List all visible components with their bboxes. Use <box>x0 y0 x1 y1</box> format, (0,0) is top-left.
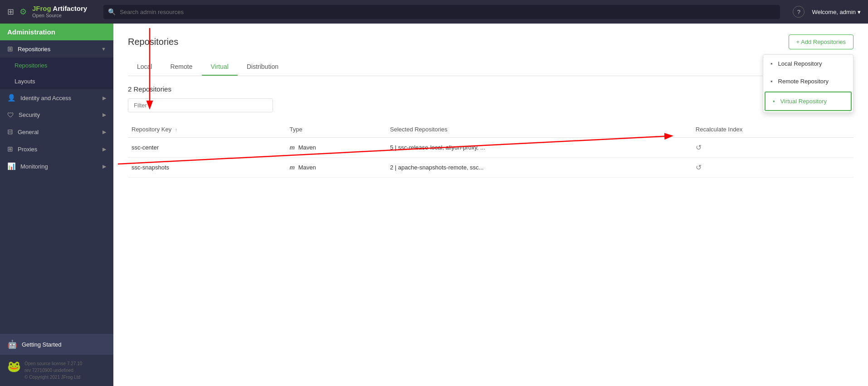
sidebar-item-repositories-sub[interactable]: Repositories <box>0 58 113 73</box>
table-row: ssc-snapshots m Maven 2 | apache-snapsho… <box>128 158 853 178</box>
row2-type-label: Maven <box>298 164 316 171</box>
sidebar-item-monitoring[interactable]: 📊 Monitoring ▶ <box>0 158 113 175</box>
remote-repo-icon: ▪ <box>770 78 773 85</box>
footer-rev: rev 72710900 undefined <box>24 367 82 374</box>
user-menu[interactable]: Welcome, admin ▾ <box>812 9 861 15</box>
row2-selected: 2 | apache-snapshots-remote, ssc... <box>386 158 692 178</box>
app-logo: JFrog Artifactory Open Source <box>32 5 87 19</box>
virtual-repo-icon: ▪ <box>773 98 775 105</box>
topbar: ⊞ ⚙ JFrog Artifactory Open Source 🔍 ? We… <box>0 0 868 24</box>
tab-virtual[interactable]: Virtual <box>202 58 238 76</box>
footer-copyright: © Copyright 2021 JFrog Ltd <box>24 374 82 381</box>
page-title: Repositories <box>128 37 178 47</box>
col-header-key: Repository Key ↑ <box>128 121 286 138</box>
row1-type: m Maven <box>286 138 387 158</box>
gear-icon[interactable]: ⚙ <box>20 7 27 17</box>
dropdown-item-local[interactable]: ▪ Local Repository <box>763 55 853 72</box>
identity-expand-icon: ▶ <box>102 95 106 101</box>
sidebar-item-layouts[interactable]: Layouts <box>0 73 113 89</box>
row1-maven-icon: m <box>290 144 295 151</box>
monitoring-expand-icon: ▶ <box>102 164 106 169</box>
logo-edition: Open Source <box>32 13 87 19</box>
logo-jfrog: JFrog <box>32 5 51 12</box>
sidebar-security-label: Security <box>19 111 98 118</box>
sidebar-item-security[interactable]: 🛡 Security ▶ <box>0 106 113 123</box>
logo-product: Artifactory <box>53 5 87 12</box>
sidebar-item-repositories[interactable]: ⊞ Repositories ▼ <box>0 40 113 58</box>
col-header-selected: Selected Repositories <box>386 121 692 138</box>
identity-icon: 👤 <box>7 94 16 102</box>
user-dropdown-icon: ▾ <box>858 9 861 15</box>
add-repositories-button[interactable]: + Add Repositories <box>789 34 853 49</box>
dropdown-item-remote[interactable]: ▪ Remote Repository <box>763 72 853 90</box>
search-input[interactable] <box>103 5 780 19</box>
user-label: Welcome, admin <box>812 9 856 15</box>
annotation-arrows <box>113 24 868 386</box>
row1-selected: 5 | ssc-release-local, aliyun-proxy, ... <box>386 138 692 158</box>
local-repo-icon: ▪ <box>770 60 773 67</box>
row2-maven-icon: m <box>290 164 295 171</box>
topbar-right: ? Welcome, admin ▾ <box>793 6 861 18</box>
getting-started-label: Getting Started <box>22 341 61 348</box>
filter-input[interactable] <box>128 98 273 112</box>
row1-recalculate-button[interactable]: ↺ <box>696 143 702 152</box>
sidebar-item-general[interactable]: ⊟ General ▶ <box>0 123 113 140</box>
security-icon: 🛡 <box>7 111 14 119</box>
getting-started-section: 🤖 Getting Started <box>0 334 113 355</box>
repo-count: 2 Repositories <box>128 85 853 93</box>
getting-started-icon: 🤖 <box>7 339 17 349</box>
col-header-type: Type <box>286 121 387 138</box>
help-button[interactable]: ? <box>793 6 805 18</box>
local-repo-label: Local Repository <box>778 60 822 67</box>
general-icon: ⊟ <box>7 128 13 136</box>
tabs-bar: Local Remote Virtual Distribution <box>128 58 853 76</box>
dropdown-item-virtual[interactable]: ▪ Virtual Repository <box>765 92 852 111</box>
admin-label: Administration <box>7 28 55 36</box>
sidebar-repositories-sub-label: Repositories <box>15 62 47 69</box>
repositories-expand-icon: ▼ <box>101 46 106 52</box>
footer-text: Open source license 7.27.10 rev 72710900… <box>24 360 82 381</box>
sidebar: Administration ⊞ Repositories ▼ Reposito… <box>0 24 113 386</box>
tab-remote[interactable]: Remote <box>161 58 201 76</box>
row2-recalculate: ↺ <box>692 158 853 178</box>
sidebar-identity-label: Identity and Access <box>20 95 98 101</box>
sidebar-item-proxies[interactable]: ⊞ Proxies ▶ <box>0 140 113 158</box>
footer-logo: 🐸 <box>7 360 21 373</box>
row2-key: ssc-snapshots <box>128 158 286 178</box>
table-header-row: Repository Key ↑ Type Selected Repositor… <box>128 121 853 138</box>
sidebar-general-label: General <box>18 129 98 135</box>
row1-recalculate: ↺ <box>692 138 853 158</box>
security-expand-icon: ▶ <box>102 112 106 118</box>
getting-started-button[interactable]: 🤖 Getting Started <box>0 334 113 355</box>
row2-recalculate-button[interactable]: ↺ <box>696 163 702 172</box>
repositories-icon: ⊞ <box>7 45 13 53</box>
tab-local[interactable]: Local <box>128 58 161 76</box>
col-header-recalculate: Recalculate Index <box>692 121 853 138</box>
sidebar-item-repositories-label: Repositories <box>18 46 97 53</box>
apps-icon[interactable]: ⊞ <box>7 7 14 17</box>
sidebar-admin-header: Administration <box>0 24 113 40</box>
sidebar-item-identity[interactable]: 👤 Identity and Access ▶ <box>0 89 113 106</box>
virtual-repo-label: Virtual Repository <box>780 98 827 105</box>
proxies-expand-icon: ▶ <box>102 146 106 152</box>
sidebar-proxies-label: Proxies <box>18 146 98 153</box>
sidebar-layouts-label: Layouts <box>15 78 35 85</box>
repositories-table: Repository Key ↑ Type Selected Repositor… <box>128 121 853 178</box>
sidebar-monitoring-label: Monitoring <box>20 163 98 170</box>
proxies-icon: ⊞ <box>7 145 13 153</box>
main-content: Repositories + Add Repositories Local Re… <box>113 24 868 386</box>
row1-type-label: Maven <box>298 144 316 151</box>
remote-repo-label: Remote Repository <box>778 78 829 85</box>
add-repository-dropdown: ▪ Local Repository ▪ Remote Repository ▪… <box>763 54 853 113</box>
row2-type: m Maven <box>286 158 387 178</box>
general-expand-icon: ▶ <box>102 129 106 135</box>
sort-icon[interactable]: ↑ <box>175 127 177 132</box>
content-header: Repositories + Add Repositories <box>128 34 853 49</box>
monitoring-icon: 📊 <box>7 162 16 170</box>
sidebar-footer: 🐸 Open source license 7.27.10 rev 727109… <box>0 355 113 386</box>
footer-license: Open source license 7.27.10 <box>24 360 82 367</box>
row1-key: ssc-center <box>128 138 286 158</box>
tab-distribution[interactable]: Distribution <box>238 58 288 76</box>
search-area: 🔍 <box>103 5 780 19</box>
search-icon: 🔍 <box>108 8 116 15</box>
